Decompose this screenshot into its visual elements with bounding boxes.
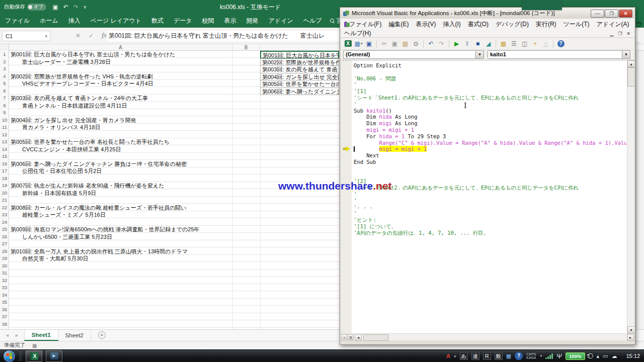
row-header-6[interactable]: 6 — [0, 87, 9, 95]
row-header-24[interactable]: 24 — [0, 219, 9, 226]
code-line-22[interactable]: ' — [354, 198, 626, 204]
code-line-20[interactable]: 'シート「Sheet2」のA列にあるデータを元にして、E列にあるものと同じデータ… — [354, 185, 626, 191]
cloud-tray-icon[interactable]: ☁ — [611, 350, 617, 362]
cell-A7[interactable]: 第003回: 友の死を越えて 青函トンネル・24年の大工事 — [11, 95, 148, 102]
macro-record-icon[interactable]: ▦ — [32, 343, 37, 348]
autosave-toggle[interactable]: 自動保存 オフ — [4, 4, 46, 11]
code-line-14[interactable]: migi = migi + 1 — [354, 146, 626, 152]
cell-A19[interactable]: 第007回: 執念が生んだ新幹線 老友90歳・飛行機が姿を変えた — [11, 182, 165, 190]
cell-A8[interactable]: 青函トンネル・日本鉄道建設公団 4月11日 — [22, 102, 127, 110]
sheet-next-icon[interactable]: ► — [15, 333, 19, 338]
toolbox-icon[interactable]: + — [530, 39, 540, 48]
vba-menu-6[interactable]: デバッグ(D) — [492, 19, 532, 30]
save-icon[interactable]: ▣ — [52, 4, 58, 11]
object-combo-dropdown-icon[interactable]: ▼ — [475, 51, 484, 58]
column-header-B[interactable]: B — [232, 44, 260, 51]
row-header-33[interactable]: 33 — [0, 284, 9, 292]
ime-hiragana-button[interactable]: あ — [460, 352, 468, 360]
start-button[interactable] — [4, 350, 15, 362]
code-line-6[interactable]: 'シート「Sheet1」のA列にあるデータを元にして、E列にあるものと同じデータ… — [354, 95, 626, 101]
row-header-8[interactable]: 8 — [0, 102, 9, 110]
row-header-10[interactable]: 10 — [0, 117, 9, 124]
wireless-icon[interactable]: Ψ — [556, 350, 562, 362]
scroll-right-icon[interactable]: ► — [627, 334, 634, 341]
code-line-15[interactable]: Next — [354, 152, 626, 159]
code-line-3[interactable]: 'No.006 - 問題 — [354, 75, 626, 82]
copy-icon[interactable]: ▣ — [390, 39, 399, 48]
procedure-combo[interactable]: kaito1▼ — [488, 50, 630, 59]
row-header-38[interactable]: 38 — [0, 321, 9, 328]
column-header-A[interactable]: A — [9, 44, 232, 51]
run-icon[interactable]: ▶ — [452, 39, 461, 48]
code-line-4[interactable]: ' — [354, 81, 626, 88]
code-line-19[interactable]: '[2] — [354, 178, 626, 185]
row-header-2[interactable]: 2 — [0, 58, 9, 66]
new-sheet-button[interactable]: + — [98, 331, 106, 339]
code-line-12[interactable]: For hida = 1 To 29 Step 3 — [354, 133, 626, 140]
project-explorer-icon[interactable]: ▦ — [499, 39, 508, 48]
code-line-9[interactable]: Dim hida As Long — [354, 114, 626, 120]
cell-A16[interactable]: 第006回: 妻へ贈ったダイニングキッチン 勝負は一坪・住宅革命の秘密 — [11, 160, 187, 168]
code-line-26[interactable]: '[1] について。 — [354, 223, 626, 230]
namebox-dropdown-icon[interactable]: ▾ — [45, 34, 47, 39]
margin-indicator-bar[interactable] — [341, 60, 352, 333]
ribbon-tab-9[interactable]: 開発 — [242, 14, 264, 28]
code-vertical-scrollbar[interactable]: ▲ ▼ — [627, 60, 634, 333]
vba-menu-9[interactable]: アドイン(A) — [593, 19, 632, 30]
vscroll-thumb[interactable] — [627, 67, 634, 86]
row-header-27[interactable]: 27 — [0, 240, 9, 248]
cell-A28[interactable]: 第010回: 全島一万人 史上最大の脱出作戦 三原山噴火・13時間のドラマ — [11, 248, 188, 255]
insert-object-icon[interactable]: ▦▾ — [354, 39, 363, 48]
code-line-23[interactable]: '- - - — [354, 204, 626, 211]
row-header-35[interactable]: 35 — [0, 299, 9, 306]
cell-A17[interactable]: 公団住宅・日本住宅公団 5月2日 — [22, 167, 102, 175]
ime-general-button[interactable]: 般 — [495, 352, 503, 360]
ribbon-tab-3[interactable]: 挿入 — [63, 14, 86, 28]
minimize-button[interactable]: — — [591, 10, 604, 18]
row-header-25[interactable]: 25 — [0, 226, 9, 233]
redo-icon[interactable]: ↷ — [73, 4, 78, 11]
row-header-13[interactable]: 13 — [0, 138, 9, 146]
video-app-taskbar-button[interactable]: ▶ — [46, 350, 62, 362]
row-header-3[interactable]: 3 — [0, 65, 9, 73]
cut-icon[interactable]: ✂ — [379, 39, 389, 48]
object-browser-icon[interactable]: ◫ — [520, 39, 529, 48]
ribbon-tab-8[interactable]: 表示 — [219, 14, 242, 28]
cell-C5[interactable]: 第005回: 世界を驚かせた一台の車 — [260, 80, 339, 88]
message-tray-icon[interactable]: ▭ — [603, 350, 608, 362]
code-line-25[interactable]: 'ヒント: — [354, 217, 626, 223]
cell-A23[interactable]: 超軽量シューズ・ミズノ 5月16日 — [22, 211, 106, 219]
ribbon-tab-10[interactable]: アドイン — [264, 14, 298, 28]
design-mode-icon[interactable]: ◢ — [484, 39, 493, 48]
row-header-20[interactable]: 20 — [0, 190, 9, 197]
row-header-23[interactable]: 23 — [0, 211, 9, 219]
ribbon-tab-7[interactable]: 校閲 — [197, 14, 219, 28]
row-header-22[interactable]: 22 — [0, 204, 9, 212]
hscroll-thumb[interactable] — [363, 334, 388, 341]
row-header-32[interactable]: 32 — [0, 277, 9, 285]
save-icon[interactable]: ▣ — [364, 39, 374, 48]
code-line-11[interactable]: migi = migi + 1 — [354, 127, 626, 133]
row-header-28[interactable]: 28 — [0, 248, 9, 255]
row-header-30[interactable]: 30 — [0, 262, 9, 270]
code-line-8[interactable]: Sub kaito1() — [354, 108, 626, 114]
scroll-left-icon[interactable]: ◄ — [355, 334, 362, 341]
cell-A20[interactable]: 新幹線・日本国有鉄道 5月9日 — [22, 190, 96, 197]
ime-renbun-button[interactable]: 連 — [471, 352, 479, 360]
name-box[interactable]: C1 ▾ — [2, 31, 50, 41]
vba-menu-2[interactable]: 編集(E) — [385, 19, 412, 30]
taskbar-clock[interactable]: 15:12 — [626, 353, 640, 359]
break-icon[interactable]: ‖ — [462, 39, 472, 48]
row-header-4[interactable]: 4 — [0, 73, 9, 80]
code-line-18[interactable] — [354, 172, 626, 178]
view-excel-icon[interactable]: X — [343, 39, 353, 48]
row-header-21[interactable]: 21 — [0, 197, 9, 204]
procedure-combo-dropdown-icon[interactable]: ▼ — [622, 51, 630, 58]
row-header-9[interactable]: 9 — [0, 109, 9, 117]
code-line-24[interactable]: ' — [354, 210, 626, 217]
select-all-corner[interactable] — [0, 44, 9, 51]
row-header-34[interactable]: 34 — [0, 292, 9, 299]
paste-icon[interactable]: ▤ — [400, 39, 410, 48]
row-header-17[interactable]: 17 — [0, 167, 9, 175]
code-line-13[interactable]: Range("C" & migi).Value = Range("A" & hi… — [354, 140, 626, 146]
